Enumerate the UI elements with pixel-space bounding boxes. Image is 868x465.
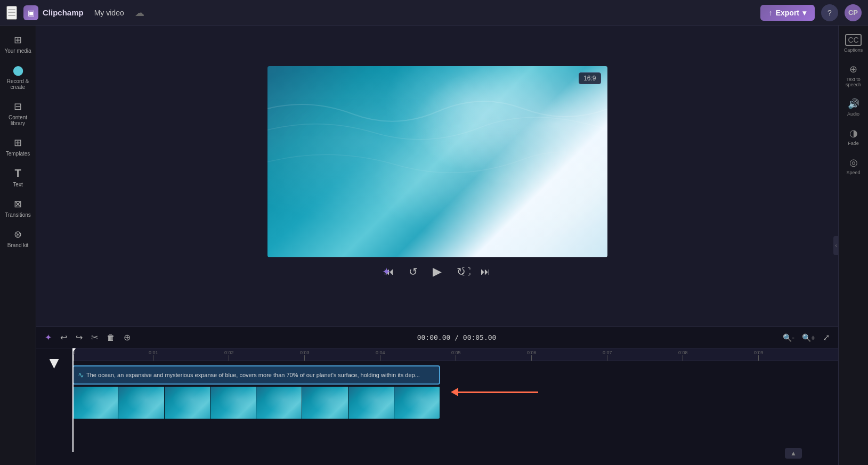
ruler-label-1: 0:01 (149, 350, 158, 355)
sidebar-item-your-media[interactable]: ⊞ Your media (1, 30, 35, 58)
magic-wand-button[interactable]: ✦ (382, 265, 391, 278)
video-thumb-3 (165, 387, 210, 419)
help-button[interactable]: ? (821, 4, 838, 21)
undo-button[interactable]: ↩ (58, 330, 69, 345)
timeline-left-panel (36, 348, 72, 452)
ruler-label-5: 0:05 (451, 350, 461, 355)
sidebar-label-transitions: Transitions (5, 212, 31, 218)
captions-icon: CC (845, 34, 861, 46)
timeline-ruler: 0 0:01 0:02 (72, 348, 838, 361)
total-time: 00:05.00 (463, 333, 497, 341)
export-icon: ↑ (769, 9, 773, 17)
tick-8 (683, 355, 683, 361)
ruler-mark-7: 0:07 (603, 350, 612, 361)
brand-kit-icon: ⊛ (14, 229, 22, 240)
audio-clip[interactable]: ∿ The ocean, an expansive and mysterious… (72, 365, 440, 385)
export-button[interactable]: ↑ Export ▾ (760, 5, 815, 21)
ruler-label-4: 0:04 (376, 350, 385, 355)
fade-icon: ◑ (849, 127, 858, 139)
text-to-speech-label: Text tospeech (846, 77, 861, 87)
ruler-label-2: 0:02 (224, 350, 234, 355)
audio-track: ∿ The ocean, an expansive and mysterious… (72, 365, 838, 385)
ruler-label-8: 0:08 (678, 350, 688, 355)
right-tool-text-to-speech[interactable]: ⊕ Text tospeech (840, 59, 867, 92)
ruler-mark-2: 0:02 (224, 350, 234, 361)
aspect-ratio-badge: 16:9 (579, 72, 601, 84)
logo-icon: ▣ (23, 5, 38, 20)
ruler-marks: 0 0:01 0:02 (72, 348, 765, 361)
app-logo: ▣ Clipchamp (23, 5, 84, 20)
export-label: Export (776, 9, 799, 17)
hamburger-menu[interactable]: ☰ (6, 6, 17, 20)
cloud-sync-icon: ☁ (135, 7, 144, 19)
transitions-icon: ⊠ (14, 198, 22, 210)
right-sidebar-collapse-handle[interactable]: ‹ (833, 236, 839, 255)
tick-7 (607, 355, 607, 361)
avatar-button[interactable]: CP (845, 4, 862, 21)
play-button[interactable]: ▶ (431, 263, 444, 281)
right-sidebar: ‹ CC Captions ⊕ Text tospeech 🔊 Audio ◑ … (838, 26, 868, 465)
record-icon: ⬤ (13, 64, 23, 76)
timeline-right-tools: 🔍- 🔍+ ⤢ (781, 330, 832, 345)
sidebar-item-text[interactable]: T Text (1, 163, 35, 192)
ruler-mark-6: 0:06 (527, 350, 537, 361)
sidebar-label-record: Record &create (7, 78, 29, 90)
current-time: 00:00.00 (417, 333, 451, 341)
audio-clip-text: The ocean, an expansive and mysterious e… (86, 372, 420, 378)
ruler-mark-4: 0:04 (376, 350, 385, 361)
tick-9 (758, 355, 759, 361)
tick-4 (380, 355, 380, 361)
redo-button[interactable]: ↪ (74, 330, 85, 345)
fit-timeline-button[interactable]: ⤢ (821, 330, 832, 345)
left-sidebar: ⊞ Your media ⬤ Record &create ⊟ Contentl… (0, 26, 36, 465)
rewind-button[interactable]: ↺ (407, 263, 420, 280)
wave-svg (267, 66, 607, 257)
text-to-speech-icon: ⊕ (849, 63, 857, 75)
right-tool-captions[interactable]: CC Captions (840, 30, 867, 57)
video-thumb-5 (256, 387, 302, 419)
right-tool-speed[interactable]: ◎ Speed (840, 152, 867, 180)
right-tool-fade[interactable]: ◑ Fade (840, 123, 867, 150)
audio-waveform-icon: ∿ (78, 371, 84, 379)
fullscreen-button[interactable]: ⛶ (461, 266, 471, 278)
skip-forward-button[interactable]: ⏭ (478, 264, 492, 280)
timeline-main[interactable]: 0 0:01 0:02 (72, 348, 838, 452)
tick-5 (456, 355, 456, 361)
sidebar-item-transitions[interactable]: ⊠ Transitions (1, 194, 35, 222)
tick-1 (153, 355, 153, 361)
sidebar-label-brand-kit: Brand kit (7, 242, 28, 248)
video-title-input[interactable]: My video (90, 6, 128, 19)
zoom-in-button[interactable]: 🔍+ (800, 331, 817, 344)
ruler-mark-3: 0:03 (300, 350, 310, 361)
video-thumb-1 (72, 387, 118, 419)
timeline-expand-button[interactable]: ▲ (785, 448, 802, 459)
tick-6 (531, 355, 532, 361)
text-icon: T (14, 167, 21, 180)
your-media-icon: ⊞ (14, 34, 22, 46)
video-track (72, 387, 838, 419)
zoom-out-button[interactable]: 🔍- (781, 331, 797, 344)
app-name: Clipchamp (43, 8, 84, 17)
sidebar-label-templates: Templates (6, 151, 30, 157)
magic-tool-button[interactable]: ✦ (43, 330, 54, 345)
right-tool-audio[interactable]: 🔊 Audio (840, 94, 867, 121)
cut-button[interactable]: ✂ (89, 330, 100, 345)
video-clip[interactable] (72, 387, 440, 419)
video-thumb-4 (210, 387, 256, 419)
sidebar-item-content-library[interactable]: ⊟ Contentlibrary (1, 96, 35, 130)
sidebar-label-your-media: Your media (4, 48, 31, 54)
video-thumb-7 (348, 387, 394, 419)
sidebar-item-templates[interactable]: ⊞ Templates (1, 133, 35, 161)
sidebar-item-record[interactable]: ⬤ Record &create (1, 60, 35, 94)
timeline-tracks: ∿ The ocean, an expansive and mysterious… (72, 361, 838, 423)
tick-0 (74, 355, 74, 361)
delete-button[interactable]: 🗑 (104, 331, 117, 345)
video-controls: ✦ ⏮ ↺ ▶ ↻ ⏭ ⛶ (371, 257, 503, 286)
sidebar-item-brand-kit[interactable]: ⊛ Brand kit (1, 224, 35, 252)
ruler-label-6: 0:06 (527, 350, 537, 355)
video-thumb-8 (394, 387, 440, 419)
video-thumb-2 (118, 387, 164, 419)
playhead (72, 348, 74, 452)
add-clip-button[interactable]: ⊕ (121, 330, 133, 345)
fade-label: Fade (848, 141, 859, 146)
